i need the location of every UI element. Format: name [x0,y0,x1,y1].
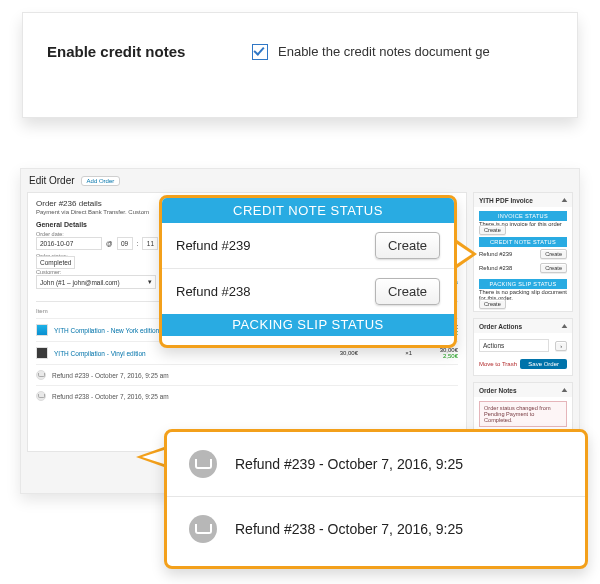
credit-note-label: Refund #238 [479,265,512,271]
refund-list-callout: Refund #239 - October 7, 2016, 9:25 Refu… [164,429,588,569]
refund-row: Refund #238 - October 7, 2016, 9:25 am [36,385,458,406]
add-order-button[interactable]: Add Order [81,176,121,186]
chevron-up-icon[interactable]: ▴ [562,386,568,394]
refund-list-row: Refund #238 - October 7, 2016, 9:25 [167,497,585,561]
chevron-up-icon[interactable]: ▴ [562,322,568,330]
credit-note-callout-row: Refund #238 Create [162,269,454,314]
order-date-input[interactable]: 2016-10-07 [36,237,102,250]
order-sidebar: YITH PDF Invoice ▴ INVOICE STATUS There … [473,192,573,452]
credit-note-callout-row: Refund #239 Create [162,223,454,269]
refund-row-label: Refund #238 - October 7, 2016, 9:25 am [52,393,458,400]
callout-pointer-icon [136,447,164,467]
credit-note-status-heading: CREDIT NOTE STATUS [162,198,454,223]
customer-value: John (#1 – john@mail.com) [40,279,120,286]
order-hour-input[interactable]: 09 [117,237,133,250]
apply-action-button[interactable]: › [555,341,567,351]
yith-pdf-invoice-title: YITH PDF Invoice [479,197,533,204]
refund-list-text: Refund #239 - October 7, 2016, 9:25 [235,456,463,472]
credit-note-create-button[interactable]: Create [540,249,567,259]
packing-slip-create-button[interactable]: Create [479,299,506,309]
product-thumb-icon [36,347,48,359]
line-item-qty: ×1 [364,350,412,356]
refund-icon [189,450,217,478]
credit-note-create-button[interactable]: Create [540,263,567,273]
chevron-up-icon[interactable]: ▴ [562,196,568,204]
page-title: Edit Order [29,175,75,186]
order-minute-input[interactable]: 11 [142,237,158,250]
order-notes-title: Order Notes [479,387,517,394]
line-item-discount: 2,50€ [418,353,458,359]
packing-slip-status-heading: PACKING SLIP STATUS [162,314,454,336]
customer-select[interactable]: John (#1 – john@mail.com) ▾ [36,275,156,289]
enable-credit-notes-label: Enable credit notes [47,43,252,60]
invoice-status-band: INVOICE STATUS [479,211,567,221]
credit-note-row: Refund #239 Create [479,247,567,261]
refund-list-row: Refund #239 - October 7, 2016, 9:25 [167,432,585,497]
credit-note-create-button[interactable]: Create [375,232,440,259]
enable-credit-notes-description: Enable the credit notes document ge [278,44,490,59]
line-item-price: 30,00€ [310,350,358,356]
refund-icon [36,391,46,401]
enable-credit-notes-checkbox[interactable] [252,44,268,60]
credit-note-status-callout: CREDIT NOTE STATUS Refund #239 Create Re… [159,195,457,348]
refund-icon [189,515,217,543]
credit-note-status-band: CREDIT NOTE STATUS [479,237,567,247]
credit-note-callout-label: Refund #238 [176,284,250,299]
order-status-select[interactable]: Completed [36,256,75,269]
refund-row-label: Refund #239 - October 7, 2016, 9:25 am [52,372,458,379]
invoice-create-button[interactable]: Create [479,225,506,235]
move-to-trash-link[interactable]: Move to Trash [479,361,517,367]
order-actions-box: Order Actions ▴ Actions › Move to Trash … [473,318,573,376]
credit-note-row: Refund #238 Create [479,261,567,275]
product-thumb-icon [36,324,48,336]
packing-slip-status-band: PACKING SLIP STATUS [479,279,567,289]
refund-list-text: Refund #238 - October 7, 2016, 9:25 [235,521,463,537]
refund-icon [36,370,46,380]
save-order-button[interactable]: Save Order [520,359,567,369]
order-actions-title: Order Actions [479,323,522,330]
chevron-down-icon: ▾ [148,278,152,286]
callout-pointer-icon [457,240,477,268]
line-item-name[interactable]: YITH Compilation - Vinyl edition [54,350,304,357]
order-actions-select[interactable]: Actions [479,339,549,352]
refund-row: Refund #239 - October 7, 2016, 9:25 am [36,364,458,385]
enable-credit-notes-card: Enable credit notes Enable the credit no… [22,12,578,118]
credit-note-callout-label: Refund #239 [176,238,250,253]
credit-note-label: Refund #239 [479,251,512,257]
order-note: Order status changed from Pending Paymen… [479,401,567,427]
yith-pdf-invoice-box: YITH PDF Invoice ▴ INVOICE STATUS There … [473,192,573,312]
credit-note-create-button[interactable]: Create [375,278,440,305]
